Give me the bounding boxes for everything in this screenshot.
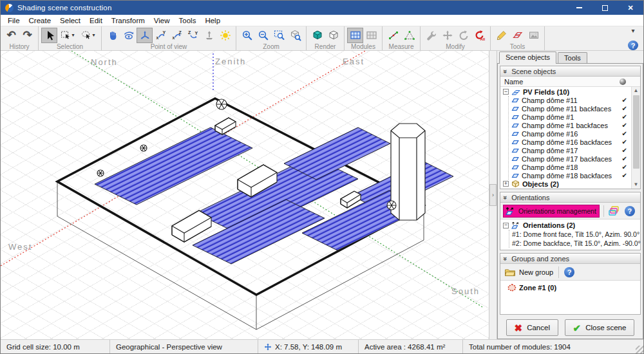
undo-button[interactable]: ↶ — [3, 28, 19, 43]
tree-scrollbar[interactable]: ▲ ▼ — [631, 87, 640, 189]
menu-select[interactable]: Select — [55, 17, 85, 24]
rotate-all-button[interactable]: All — [471, 28, 488, 43]
toolbar-help-button[interactable]: ? — [628, 41, 638, 50]
image-tool-button[interactable] — [526, 28, 542, 43]
render-solid-button[interactable] — [309, 28, 325, 43]
sun-view-button[interactable] — [217, 28, 233, 43]
tree-item-champ[interactable]: Champ dôme #1 backfaces — [511, 121, 631, 129]
visible-check-icon[interactable] — [622, 172, 627, 179]
visible-check-icon[interactable] — [622, 122, 627, 129]
scroll-down-icon[interactable]: ▼ — [634, 181, 639, 189]
pv-array — [95, 127, 252, 205]
tree-item-champ[interactable]: Champ dôme #1 — [511, 113, 631, 121]
visible-check-icon[interactable] — [622, 138, 627, 145]
visible-check-icon[interactable] — [622, 113, 627, 120]
maximize-button[interactable] — [592, 1, 618, 15]
modules-on-button[interactable] — [347, 28, 363, 43]
draw-pencil-button[interactable] — [493, 28, 509, 43]
orientations-management-button[interactable]: Orientations management — [503, 205, 600, 218]
visible-check-icon[interactable] — [622, 163, 627, 171]
menu-edit[interactable]: Edit — [85, 17, 107, 24]
close-button[interactable] — [618, 1, 643, 15]
tree-node-zone[interactable]: Zone #1 (0) — [507, 283, 640, 293]
toolbar-overflow-icon[interactable]: ▾ — [631, 27, 634, 34]
tree-item-champ[interactable]: Champ dôme #11 backfaces — [511, 104, 631, 113]
panel-collapse-button[interactable]: › — [489, 184, 497, 206]
visible-check-icon[interactable] — [622, 130, 627, 137]
tree-node-pv-fields[interactable]: PV Fields (10) — [503, 88, 631, 96]
tree-item-champ[interactable]: Champ dôme #16 — [511, 129, 631, 138]
modify-wrench-button[interactable] — [423, 28, 439, 43]
zoom-all-button[interactable] — [287, 28, 303, 43]
measure-angle-button[interactable] — [401, 28, 417, 43]
visible-check-icon[interactable] — [622, 155, 627, 162]
rotate-object-button[interactable] — [455, 28, 471, 43]
rotate-zy-button[interactable]: ZY — [185, 28, 201, 43]
axes-view-button[interactable] — [137, 28, 153, 43]
visible-check-icon[interactable] — [622, 147, 627, 154]
zoom-window-button[interactable] — [271, 28, 287, 43]
tree-item-champ[interactable]: Champ dôme #16 backfaces — [511, 138, 631, 146]
new-group-button[interactable]: New group — [504, 268, 553, 277]
tree-item-champ[interactable]: Champ dôme #18 — [511, 163, 631, 171]
shapes-tool-button[interactable] — [509, 28, 526, 43]
rotate-icon — [458, 30, 469, 41]
tab-scene-objects[interactable]: Scene objects — [499, 51, 556, 64]
rect-select-button[interactable]: ▾ — [57, 28, 78, 43]
scene-canvas[interactable]: North Zenith East West South — [1, 51, 489, 339]
visible-check-icon[interactable] — [622, 97, 627, 104]
toolbar-label-pov: Point of view — [104, 43, 233, 50]
orientation-item-2[interactable]: #2: Dome backface, Tilt 15.0°, Azim. -90… — [512, 239, 640, 248]
orientations-list-icon[interactable] — [608, 205, 621, 216]
tree-item-champ[interactable]: Champ dôme #18 backfaces — [511, 171, 631, 180]
scene-objects-header[interactable]: » Scene objects — [500, 66, 640, 77]
tree-item-champ[interactable]: Champ dôme #17 — [511, 146, 631, 154]
expand-box-icon[interactable] — [503, 181, 509, 187]
move-object-button[interactable] — [439, 28, 455, 43]
collapse-box-icon[interactable] — [503, 89, 509, 95]
modules-off-button[interactable] — [363, 28, 379, 43]
pan-hand-button[interactable] — [104, 28, 120, 43]
orientation-item-1[interactable]: #1: Dome front face, Tilt 15.0°, Azim. 9… — [512, 230, 640, 239]
lasso-select-button[interactable]: ▾ — [78, 28, 99, 43]
menu-help[interactable]: Help — [200, 17, 225, 24]
scroll-thumb[interactable] — [633, 95, 639, 169]
tree-item-champ[interactable]: Champ dôme #17 backfaces — [511, 154, 631, 163]
scroll-up-icon[interactable]: ▲ — [634, 87, 639, 95]
tree-node-orientations[interactable]: Orientations (2) — [503, 221, 640, 230]
groups-help-button[interactable]: ? — [564, 267, 574, 277]
tree-item-champ[interactable]: Champ dôme #11 — [511, 96, 631, 104]
name-column-header[interactable]: Name — [500, 77, 640, 87]
orbit-view-button[interactable] — [120, 28, 137, 43]
groups-zones-header[interactable]: » Groups and zones — [500, 254, 640, 264]
rotate-xy-button[interactable]: xY — [153, 28, 169, 43]
elevation-view-button[interactable] — [201, 28, 217, 43]
menu-file[interactable]: File — [3, 17, 24, 24]
cancel-x-icon: ✖ — [515, 323, 523, 333]
toolbar-group-measure: Measure — [383, 26, 421, 50]
minimize-button[interactable] — [566, 1, 592, 15]
redo-button[interactable]: ↷ — [19, 28, 35, 43]
toolbar-group-modify: All Modify — [421, 26, 491, 50]
zoom-out-button[interactable] — [255, 28, 271, 43]
menu-view[interactable]: View — [149, 17, 175, 24]
resize-grip[interactable] — [636, 346, 643, 353]
zoom-in-button[interactable] — [239, 28, 255, 43]
cancel-button[interactable]: ✖ Cancel — [506, 319, 558, 336]
panel-splitter[interactable]: › — [489, 51, 497, 339]
orientations-help-button[interactable]: ? — [625, 206, 635, 216]
measure-distance-button[interactable] — [385, 28, 401, 43]
menu-tools[interactable]: Tools — [175, 17, 201, 24]
visible-check-icon[interactable] — [622, 105, 627, 112]
render-wireframe-button[interactable] — [325, 28, 341, 43]
menu-create[interactable]: Create — [24, 17, 56, 24]
collapse-box-icon[interactable] — [503, 223, 509, 228]
select-cursor-button[interactable] — [41, 28, 57, 43]
rotate-xz-button[interactable]: xZ — [169, 28, 185, 43]
menu-transform[interactable]: Transform — [107, 17, 149, 24]
orientations-header[interactable]: » Orientations — [500, 192, 640, 203]
tab-tools[interactable]: Tools — [558, 52, 587, 64]
close-scene-button[interactable]: ✔ Close scene — [565, 319, 635, 336]
toolbar-label-history: History — [3, 43, 35, 50]
tree-node-objects[interactable]: Objects (2) — [503, 180, 631, 188]
